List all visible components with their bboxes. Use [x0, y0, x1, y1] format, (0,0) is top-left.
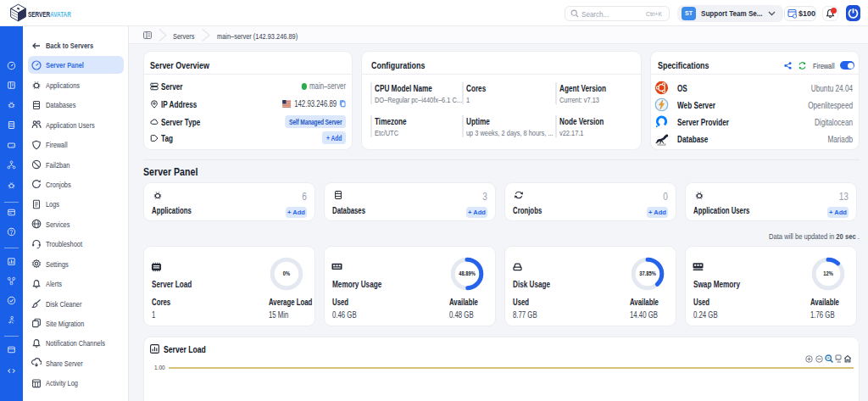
- svg-text:MariaDB: MariaDB: [658, 142, 666, 145]
